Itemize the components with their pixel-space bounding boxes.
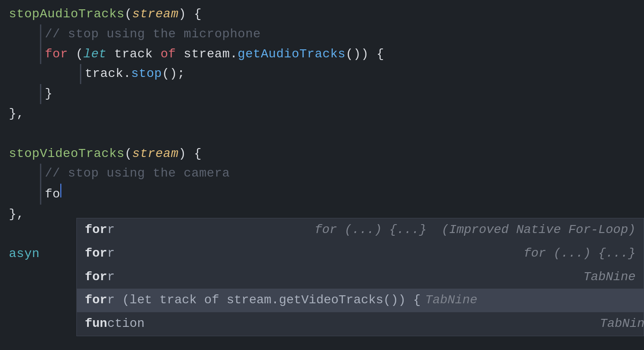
- function-name-stopvideotracks: stopVideoTracks: [9, 144, 124, 164]
- keyword-for: for: [45, 44, 68, 64]
- indent-guide: [40, 84, 41, 104]
- comment-camera: // stop using the camera: [45, 164, 230, 184]
- autocomplete-item-4[interactable]: forr (let track of stream.getVideoTracks…: [77, 289, 644, 312]
- param-stream: stream: [132, 4, 179, 24]
- autocomplete-dropdown[interactable]: forr for (...) {...} (Improved Native Fo…: [76, 218, 644, 336]
- code-line-3: for (let track of stream.getAudioTracks(…: [0, 44, 644, 64]
- code-line-9: // stop using the camera: [0, 164, 644, 184]
- code-line-2: // stop using the microphone: [0, 24, 644, 44]
- code-line-7: [0, 124, 644, 144]
- indent-guide: [40, 164, 41, 184]
- ac-desc-3: TabNine: [128, 267, 636, 287]
- indent-guide: [40, 24, 41, 44]
- keyword-of: of: [160, 44, 176, 64]
- autocomplete-item-1[interactable]: forr for (...) {...} (Improved Native Fo…: [77, 218, 644, 242]
- ac-bold-1: for: [85, 223, 107, 237]
- ac-match-5: function: [85, 314, 144, 334]
- ac-source-4: TabNine: [425, 290, 477, 310]
- keyword-async: asyn: [9, 244, 40, 264]
- code-editor: stopAudioTracks(stream) { // stop using …: [0, 0, 644, 350]
- ac-match-3: forr: [85, 267, 115, 287]
- autocomplete-item-5[interactable]: function TabNine: [77, 312, 644, 336]
- param-stream-2: stream: [132, 144, 179, 164]
- method-stop: stop: [131, 64, 162, 84]
- ac-desc-5: TabNine: [144, 314, 644, 334]
- code-line-8: stopVideoTracks(stream) {: [0, 144, 644, 164]
- ac-match-2: forr: [85, 244, 115, 264]
- ac-match-1: forr: [85, 220, 115, 240]
- indent-guide: [40, 184, 41, 205]
- ac-desc-2: for (...) {...}: [173, 244, 636, 264]
- code-line-6: },: [0, 104, 644, 124]
- ac-bold-4: for: [85, 293, 107, 307]
- text-cursor: [60, 184, 61, 197]
- code-line-4: track.stop();: [0, 64, 644, 84]
- function-name-stopaudiotracks: stopAudioTracks: [9, 4, 124, 24]
- ac-bold-5: fun: [85, 317, 107, 330]
- method-getaudiotracks: getAudioTracks: [238, 44, 346, 64]
- indent-guide: [40, 44, 41, 64]
- ac-bold-2: for: [85, 246, 107, 260]
- autocomplete-item-2[interactable]: forr for (...) {...}: [77, 242, 644, 266]
- code-line-10: fo: [0, 184, 644, 205]
- autocomplete-item-3[interactable]: forr TabNine: [77, 266, 644, 289]
- keyword-let: let: [83, 44, 107, 64]
- ac-bold-3: for: [85, 270, 107, 284]
- indent-guide: [80, 64, 81, 84]
- typed-text-fo: fo: [45, 185, 60, 205]
- ac-desc-1: for (...) {...} (Improved Native For-Loo…: [255, 220, 636, 240]
- ac-match-4: forr (let track of stream.getVideoTracks…: [85, 290, 421, 310]
- comment-microphone: // stop using the microphone: [45, 24, 261, 44]
- code-line-5: }: [0, 84, 644, 104]
- code-line-1: stopAudioTracks(stream) {: [0, 4, 644, 24]
